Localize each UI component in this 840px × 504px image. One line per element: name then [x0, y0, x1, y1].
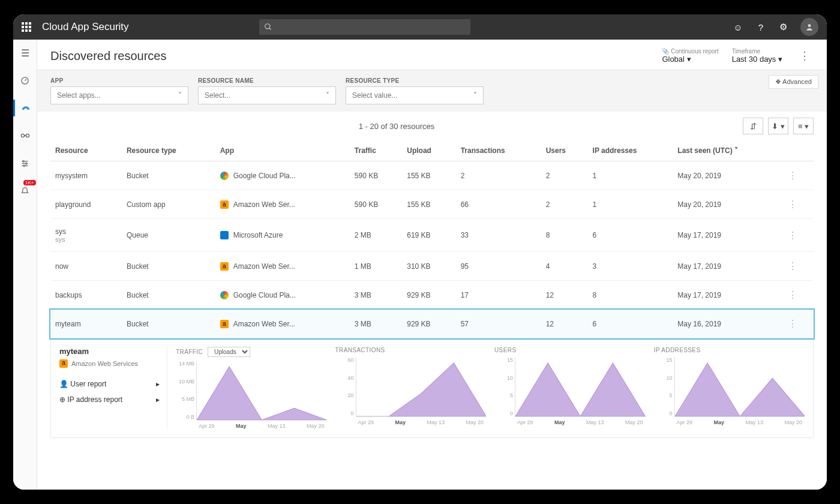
- waffle-icon[interactable]: [22, 22, 31, 32]
- cell-ips: 8: [588, 281, 673, 310]
- traffic-mode-dropdown[interactable]: Uploads: [208, 347, 250, 357]
- col-users[interactable]: Users: [541, 140, 588, 161]
- cell-traffic: 2 MB: [350, 219, 402, 252]
- chart-title: IP ADDRESSES: [654, 347, 805, 353]
- sidebar-discover[interactable]: [13, 100, 37, 116]
- sidebar-control[interactable]: [13, 155, 37, 172]
- cell-users: 4: [541, 252, 588, 281]
- filter-resource-name-dropdown[interactable]: Select...˅: [198, 86, 336, 104]
- col-resource-type[interactable]: Resource type: [122, 140, 215, 161]
- cell-traffic: 3 MB: [350, 310, 402, 338]
- cell-last-seen: May 20, 2019: [673, 190, 783, 219]
- help-icon[interactable]: ?: [755, 21, 767, 33]
- table-row[interactable]: myteam Bucket aAmazon Web Ser... 3 MB 92…: [50, 310, 814, 338]
- page-menu-icon[interactable]: ⋮: [796, 49, 814, 62]
- app-icon: [220, 172, 229, 180]
- cell-app: aAmazon Web Ser...: [215, 252, 350, 281]
- avatar[interactable]: [800, 18, 818, 36]
- col-traffic[interactable]: Traffic: [350, 140, 402, 161]
- svg-point-12: [23, 165, 25, 167]
- search-input[interactable]: [259, 19, 470, 35]
- cell-resource: playground: [50, 190, 122, 219]
- cell-resource: myteam: [50, 310, 122, 338]
- ip-report-link[interactable]: ⊕ IP address report▸: [59, 392, 160, 407]
- download-button[interactable]: ⬇ ▾: [768, 118, 788, 134]
- timeframe-dropdown[interactable]: Timeframe Last 30 days ▾: [732, 48, 782, 64]
- cell-traffic: 3 MB: [350, 281, 402, 310]
- row-menu-icon[interactable]: ⋮: [788, 319, 797, 329]
- settings-icon[interactable]: ⚙: [778, 21, 790, 33]
- app-icon: [220, 231, 229, 239]
- detail-title: myteam: [59, 347, 160, 356]
- app-title: Cloud App Security: [42, 21, 129, 33]
- cell-app: Google Cloud Pla...: [215, 281, 350, 310]
- filter-app-dropdown[interactable]: Select apps...˅: [50, 86, 188, 104]
- row-menu-icon[interactable]: ⋮: [788, 199, 797, 209]
- user-report-link[interactable]: 👤 User report▸: [59, 376, 160, 392]
- cell-app: Microsoft Azure: [215, 219, 350, 252]
- table-row[interactable]: backups Bucket Google Cloud Pla... 3 MB …: [50, 281, 814, 310]
- col-last-seen[interactable]: Last seen (UTC) ˅: [673, 140, 783, 161]
- advanced-filter-button[interactable]: ❖ Advanced: [769, 75, 818, 89]
- cell-users: 8: [541, 219, 588, 252]
- cell-traffic: 590 KB: [350, 190, 402, 219]
- col-ips[interactable]: IP addresses: [588, 140, 673, 161]
- col-app[interactable]: App: [215, 140, 350, 161]
- row-menu-icon[interactable]: ⋮: [788, 230, 797, 241]
- col-transactions[interactable]: Transactions: [456, 140, 541, 161]
- continuous-report-dropdown[interactable]: 📎 Continuous report Global ▾: [662, 48, 718, 64]
- col-upload[interactable]: Upload: [402, 140, 455, 161]
- cell-last-seen: May 17, 2019: [673, 252, 783, 281]
- cell-app: Google Cloud Pla...: [215, 161, 350, 190]
- table-row[interactable]: syssys Queue Microsoft Azure 2 MB 619 KB…: [50, 219, 814, 252]
- sidebar-investigate[interactable]: [13, 127, 37, 144]
- chart-card: TRANSACTIONS 6040200 Apr 29MayMay 13May …: [335, 347, 487, 429]
- chart-area: 151050: [515, 357, 646, 417]
- cell-type: Bucket: [122, 281, 215, 310]
- cell-app: aAmazon Web Ser...: [215, 310, 350, 338]
- cell-transactions: 33: [456, 219, 541, 252]
- filter-bar: APP Select apps...˅ RESOURCE NAME Select…: [37, 70, 827, 112]
- cell-transactions: 17: [456, 281, 541, 310]
- view-toggle-button[interactable]: ≡ ▾: [793, 118, 814, 134]
- cell-upload: 619 KB: [402, 219, 455, 252]
- sidebar-hamburger[interactable]: ☰: [13, 44, 37, 61]
- cell-ips: 3: [588, 252, 673, 281]
- app-frame: Cloud App Security ☺ ? ⚙ ☰ 1K+: [13, 14, 827, 490]
- cell-type: Bucket: [122, 310, 215, 338]
- app-icon: a: [220, 320, 229, 328]
- filter-resource-type-dropdown[interactable]: Select value...˅: [346, 86, 484, 104]
- sidebar-alerts[interactable]: 1K+: [13, 182, 37, 199]
- svg-line-1: [269, 28, 271, 30]
- svg-point-10: [23, 160, 25, 162]
- table-row[interactable]: now Bucket aAmazon Web Ser... 1 MB 310 K…: [50, 252, 814, 281]
- table-row[interactable]: mysystem Bucket Google Cloud Pla... 590 …: [50, 161, 814, 190]
- chart-card: TRAFFIC Uploads 14 MB10 MB5 MB0 B Apr 29…: [176, 347, 327, 429]
- app-icon: a: [220, 262, 229, 271]
- alerts-badge: 1K+: [23, 180, 35, 185]
- svg-point-0: [265, 24, 270, 29]
- feedback-icon[interactable]: ☺: [732, 21, 744, 33]
- filter-resource-type-label: RESOURCE TYPE: [346, 77, 484, 84]
- table-row[interactable]: playground Custom app aAmazon Web Ser...…: [50, 190, 814, 219]
- cell-transactions: 57: [456, 310, 541, 338]
- row-menu-icon[interactable]: ⋮: [788, 290, 797, 300]
- chart-title: TRANSACTIONS: [335, 347, 487, 353]
- cell-type: Bucket: [122, 252, 215, 281]
- sidebar-dashboard[interactable]: [13, 72, 37, 89]
- cell-upload: 155 KB: [402, 190, 455, 219]
- app-icon: [220, 291, 229, 299]
- col-resource[interactable]: Resource: [50, 140, 122, 161]
- cell-last-seen: May 20, 2019: [673, 161, 783, 190]
- cell-last-seen: May 17, 2019: [673, 281, 783, 310]
- row-menu-icon[interactable]: ⋮: [788, 261, 797, 271]
- svg-point-5: [26, 134, 29, 137]
- cell-ips: 6: [588, 219, 673, 252]
- cell-resource: now: [50, 252, 122, 281]
- table-action-button[interactable]: ⇵: [743, 118, 763, 134]
- resources-table: Resource Resource type App Traffic Uploa…: [50, 140, 814, 338]
- cell-app: aAmazon Web Ser...: [215, 190, 350, 219]
- row-menu-icon[interactable]: ⋮: [788, 170, 797, 181]
- page-header: Discovered resources 📎 Continuous report…: [37, 40, 827, 70]
- chart-card: USERS 151050 Apr 29MayMay 13May 20: [494, 347, 646, 429]
